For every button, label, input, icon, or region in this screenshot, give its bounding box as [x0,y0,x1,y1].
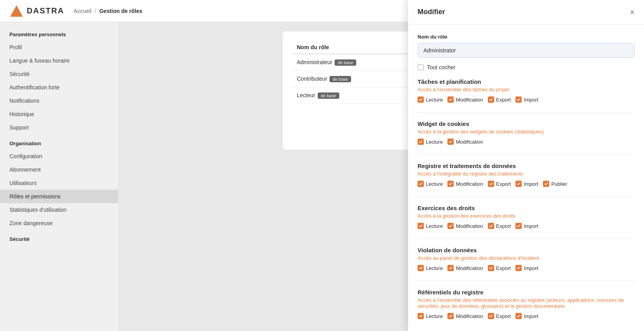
permission-check-item[interactable]: Modification [447,223,483,229]
permission-check-item[interactable]: Export [488,96,511,103]
permission-section: Violation de donnéesAccès au panel de ge… [418,247,635,271]
check-all-checkbox[interactable] [418,64,424,70]
logo-text: DASTRA [27,6,64,15]
permission-check-item[interactable]: Publier [543,181,567,187]
permission-check-label: Export [496,223,511,229]
permission-check-label: Export [496,181,511,187]
permission-section-desc: Accès au panel de gestion des déclaratio… [418,255,635,261]
sidebar-item[interactable]: Sécurité [0,67,118,81]
sidebar-item[interactable]: Support [0,121,118,134]
sidebar-item[interactable]: Configuration [0,150,118,163]
panel-body: Nom du rôle Tout cocher Tâches et planif… [408,24,644,331]
check-orange-box [515,96,522,103]
permission-divider [418,239,635,239]
permission-check-item[interactable]: Lecture [418,96,443,103]
logo-icon [9,4,24,18]
check-orange-box [515,223,522,229]
sidebar-item[interactable]: Abonnement [0,163,118,176]
permission-check-item[interactable]: Export [488,265,511,271]
role-name-cell: Lecteurde base [292,87,405,104]
sidebar-item[interactable]: Utilisateurs [0,176,118,190]
permission-check-item[interactable]: Import [515,313,538,319]
panel-title: Modifier [418,8,445,16]
check-orange-box [515,313,522,319]
permission-check-item[interactable]: Lecture [418,265,443,271]
permission-check-item[interactable]: Lecture [418,139,443,145]
edit-panel: Modifier × Nom du rôle Tout cocher Tâche… [408,0,644,331]
role-badge: de base [335,59,356,66]
permission-check-item[interactable]: Lecture [418,223,443,229]
permission-check-label: Lecture [426,265,443,271]
sidebar-item[interactable]: Historique [0,107,118,121]
permission-check-label: Lecture [426,139,443,145]
check-orange-box [488,181,494,187]
check-orange-box [447,223,454,229]
permission-check-label: Import [524,181,538,187]
check-orange-box [447,181,454,187]
check-orange-box [418,313,424,319]
permission-check-label: Import [524,313,538,319]
check-orange-box [418,223,424,229]
sidebar-item[interactable]: Statistiques d'utilisation [0,203,118,216]
permission-check-item[interactable]: Import [515,181,538,187]
breadcrumb-current: Gestion de rôles [99,8,142,14]
check-orange-box [447,313,454,319]
permission-section-desc: Accès à l'intégralité du registre des tr… [418,171,635,177]
role-name-input[interactable] [418,43,635,58]
permission-divider [418,112,635,113]
check-orange-box [515,181,522,187]
sidebar: Paramètres personnelsProfilLangue & fuse… [0,22,118,331]
permission-check-item[interactable]: Modification [447,96,483,103]
permission-check-item[interactable]: Import [515,265,538,271]
sidebar-item[interactable]: Profil [0,41,118,54]
permission-section-title: Violation de données [418,247,635,253]
check-orange-box [515,265,522,271]
permission-check-item[interactable]: Import [515,223,538,229]
permission-check-label: Import [524,223,538,229]
sidebar-item[interactable]: Zone dangereuse [0,216,118,230]
permission-check-item[interactable]: Import [515,96,538,103]
sidebar-item[interactable]: Langue & fuseau horaire [0,54,118,67]
check-orange-box [488,223,494,229]
permission-check-item[interactable]: Export [488,223,511,229]
check-orange-box [447,96,454,103]
permission-section-title: Exercices des droits [418,205,635,211]
permission-check-item[interactable]: Export [488,313,511,319]
permission-section-desc: Accès à l'ensemble des tâches du projet. [418,87,635,92]
breadcrumb-separator: / [94,8,96,14]
permissions-container: Tâches et planificationAccès à l'ensembl… [418,78,635,319]
close-button[interactable]: × [630,8,635,16]
breadcrumb-home[interactable]: Accueil [74,8,91,14]
permission-divider [418,154,635,155]
check-orange-box [418,181,424,187]
permission-check-item[interactable]: Modification [447,313,483,319]
check-orange-box [447,265,454,271]
permission-check-item[interactable]: Export [488,181,511,187]
sidebar-section-title: Sécurité [0,236,118,245]
svg-marker-0 [10,5,23,17]
permission-checks-row: LectureModification [418,139,635,145]
permission-check-item[interactable]: Modification [447,139,483,145]
permission-check-label: Lecture [426,97,443,103]
permission-check-label: Import [524,97,538,103]
check-orange-box [488,313,494,319]
role-badge: de base [318,92,339,99]
permission-section: Tâches et planificationAccès à l'ensembl… [418,78,635,103]
sidebar-item[interactable]: Rôles et permissions [0,190,118,203]
role-badge: de base [329,76,351,82]
permission-check-label: Export [496,313,511,319]
permission-check-item[interactable]: Lecture [418,313,443,319]
permission-check-item[interactable]: Modification [447,181,483,187]
permission-checks-row: LectureModificationExportImport [418,96,635,103]
sidebar-item[interactable]: Notifications [0,94,118,107]
sidebar-item[interactable]: Authentification forte [0,81,118,94]
permission-check-item[interactable]: Lecture [418,181,443,187]
permission-section-title: Widget de cookies [418,120,635,127]
permission-checks-row: LectureModificationExportImport [418,223,635,229]
panel-header: Modifier × [408,0,644,24]
permission-check-item[interactable]: Modification [447,265,483,271]
permission-section-title: Tâches et planification [418,78,635,85]
permission-check-label: Export [496,97,511,103]
check-all-label[interactable]: Tout cocher [427,64,455,70]
permission-checks-row: LectureModificationExportImport [418,265,635,271]
